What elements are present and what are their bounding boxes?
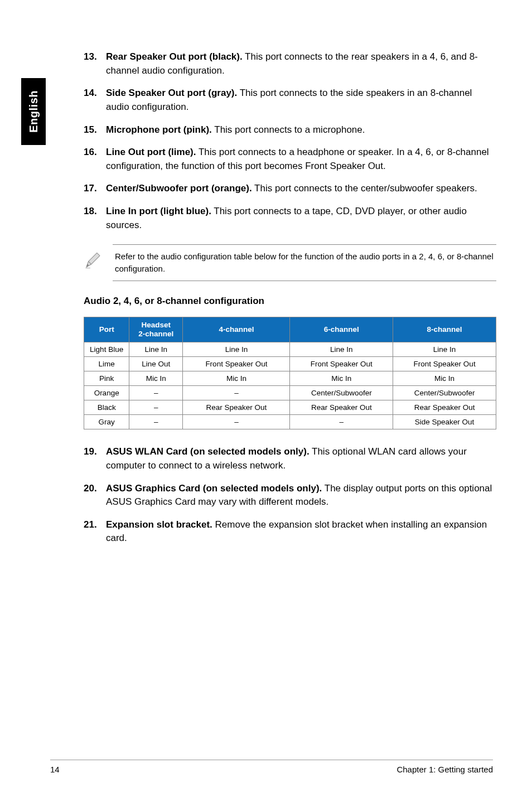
table-cell: Front Speaker Out [183, 357, 290, 371]
item-title: Center/Subwoofer port (orange). [106, 183, 252, 194]
table-cell: Orange [84, 386, 129, 400]
port-item: 19.ASUS WLAN Card (on selected models on… [84, 445, 496, 472]
item-body: Line Out port (lime). This port connects… [106, 146, 496, 173]
item-number: 13. [84, 50, 106, 78]
table-row: Orange––Center/SubwooferCenter/Subwoofer [84, 386, 496, 400]
page-number: 14 [50, 765, 60, 774]
table-row: PinkMic InMic InMic InMic In [84, 371, 496, 386]
table-cell: Line In [393, 342, 496, 357]
item-title: Side Speaker Out port (gray). [106, 88, 237, 98]
item-title: Rear Speaker Out port (black). [106, 51, 243, 62]
pencil-icon [84, 244, 113, 281]
item-title: ASUS WLAN Card (on selected models only)… [106, 446, 309, 457]
table-cell: Light Blue [84, 342, 129, 357]
item-number: 15. [84, 123, 106, 137]
table-cell: Line In [183, 342, 290, 357]
port-item: 17.Center/Subwoofer port (orange). This … [84, 182, 496, 196]
item-number: 17. [84, 182, 106, 196]
table-cell: Rear Speaker Out [290, 400, 393, 415]
table-cell: Front Speaker Out [393, 357, 496, 371]
item-body: ASUS WLAN Card (on selected models only)… [106, 445, 496, 472]
item-body: Center/Subwoofer port (orange). This por… [106, 182, 496, 196]
table-cell: Center/Subwoofer [290, 386, 393, 400]
table-cell: Side Speaker Out [393, 415, 496, 429]
item-body: ASUS Graphics Card (on selected models o… [106, 482, 496, 509]
item-title: Expansion slot bracket. [106, 519, 212, 530]
table-row: Gray–––Side Speaker Out [84, 415, 496, 429]
item-desc: This port connects to a microphone. [212, 124, 365, 135]
col-8ch: 8-channel [393, 317, 496, 342]
table-cell: Rear Speaker Out [393, 400, 496, 415]
table-cell: Front Speaker Out [290, 357, 393, 371]
item-body: Side Speaker Out port (gray). This port … [106, 86, 496, 114]
note-text: Refer to the audio configuration table b… [113, 244, 496, 281]
item-number: 14. [84, 86, 106, 114]
table-cell: Mic In [183, 371, 290, 386]
col-headset: Headset2-channel [129, 317, 183, 342]
col-port: Port [84, 317, 129, 342]
table-cell: Mic In [393, 371, 496, 386]
table-cell: Line In [290, 342, 393, 357]
table-row: Light BlueLine InLine InLine InLine In [84, 342, 496, 357]
item-number: 19. [84, 445, 106, 472]
port-list-lower: 19.ASUS WLAN Card (on selected models on… [84, 445, 496, 545]
port-item: 13.Rear Speaker Out port (black). This p… [84, 50, 496, 78]
port-item: 21.Expansion slot bracket. Remove the ex… [84, 518, 496, 545]
port-item: 20.ASUS Graphics Card (on selected model… [84, 482, 496, 509]
table-cell: Gray [84, 415, 129, 429]
chapter-label: Chapter 1: Getting started [396, 765, 493, 774]
language-tab-label: English [27, 90, 40, 133]
table-row: LimeLine OutFront Speaker OutFront Speak… [84, 357, 496, 371]
item-body: Line In port (light blue). This port con… [106, 205, 496, 232]
table-cell: – [129, 400, 183, 415]
table-cell: – [290, 415, 393, 429]
table-cell: – [129, 415, 183, 429]
item-number: 20. [84, 482, 106, 509]
col-6ch: 6-channel [290, 317, 393, 342]
col-4ch: 4-channel [183, 317, 290, 342]
table-cell: – [183, 386, 290, 400]
table-cell: – [129, 386, 183, 400]
item-desc: This port connects to the center/subwoof… [252, 183, 477, 194]
page-footer: 14 Chapter 1: Getting started [50, 760, 493, 774]
note-block: Refer to the audio configuration table b… [84, 244, 496, 281]
table-row: Black–Rear Speaker OutRear Speaker OutRe… [84, 400, 496, 415]
table-cell: – [183, 415, 290, 429]
table-cell: Lime [84, 357, 129, 371]
item-body: Microphone port (pink). This port connec… [106, 123, 496, 137]
table-cell: Mic In [129, 371, 183, 386]
port-item: 14.Side Speaker Out port (gray). This po… [84, 86, 496, 114]
table-cell: Center/Subwoofer [393, 386, 496, 400]
table-cell: Line In [129, 342, 183, 357]
item-number: 21. [84, 518, 106, 545]
item-body: Expansion slot bracket. Remove the expan… [106, 518, 496, 545]
port-item: 15.Microphone port (pink). This port con… [84, 123, 496, 137]
port-item: 16.Line Out port (lime). This port conne… [84, 146, 496, 173]
table-cell: Rear Speaker Out [183, 400, 290, 415]
item-title: Line Out port (lime). [106, 147, 196, 157]
item-title: ASUS Graphics Card (on selected models o… [106, 483, 322, 494]
item-title: Line In port (light blue). [106, 206, 211, 216]
audio-config-table: Port Headset2-channel 4-channel 6-channe… [84, 317, 496, 429]
item-title: Microphone port (pink). [106, 124, 212, 135]
table-cell: Line Out [129, 357, 183, 371]
item-number: 16. [84, 146, 106, 173]
table-cell: Pink [84, 371, 129, 386]
language-tab: English [21, 78, 46, 145]
table-cell: Black [84, 400, 129, 415]
audio-table-title: Audio 2, 4, 6, or 8-channel configuratio… [84, 296, 496, 307]
item-number: 18. [84, 205, 106, 232]
port-list-upper: 13.Rear Speaker Out port (black). This p… [84, 50, 496, 232]
table-cell: Mic In [290, 371, 393, 386]
port-item: 18.Line In port (light blue). This port … [84, 205, 496, 232]
item-body: Rear Speaker Out port (black). This port… [106, 50, 496, 78]
